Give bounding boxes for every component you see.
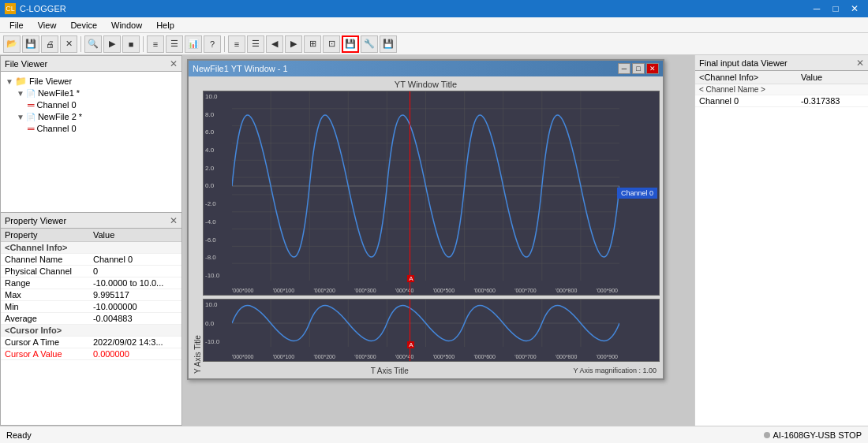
menu-view[interactable]: View — [32, 20, 63, 31]
prop-section-cursor-label: <Cursor Info> — [1, 325, 181, 337]
x-tick-2: '000*200 — [313, 288, 335, 293]
toolbar-save[interactable]: 💾 — [22, 35, 39, 53]
toolbar-btn11[interactable]: 💾 — [380, 35, 397, 53]
toolbar-btn2[interactable]: ☰ — [166, 35, 183, 53]
minimize-button[interactable]: ─ — [808, 2, 825, 15]
tree-expand-root: ▼ — [6, 77, 13, 86]
y-axis-label: Y Axis Title — [192, 91, 203, 375]
tree-root[interactable]: ▼ 📁 File Viewer — [6, 75, 177, 87]
prop-section-channel-label: <Channel Info> — [1, 242, 181, 254]
plot-lower[interactable]: 10.0 0.0 -10.0 — [203, 299, 660, 362]
file-icon-1: 📄 — [26, 89, 36, 98]
file-viewer-close[interactable]: ✕ — [170, 59, 178, 69]
close-button[interactable]: ✕ — [846, 2, 863, 15]
app-icon: CL — [5, 3, 16, 14]
lower-chart-svg — [232, 300, 619, 347]
x-tick-lower-5: '000*500 — [433, 354, 455, 359]
cursor-line-upper — [410, 91, 410, 295]
x-tick-6: '000*600 — [473, 288, 495, 293]
tree-newfile2[interactable]: ▼ 📄 NewFile 2 * — [6, 111, 177, 122]
tree-label-ch1: Channel 0 — [37, 100, 77, 110]
toolbar-play[interactable]: ▶ — [103, 35, 121, 53]
prop-min-label: Min — [1, 301, 89, 313]
status-device: AI-1608GY-USB STOP — [764, 430, 862, 440]
left-panel: File Viewer ✕ ▼ 📁 File Viewer ▼ 📄 NewFil… — [0, 55, 183, 426]
right-value-cell: -0.317383 — [797, 95, 868, 107]
toolbar-stop[interactable]: ■ — [122, 35, 140, 53]
toolbar-search[interactable]: 🔍 — [84, 35, 102, 53]
x-ticks-lower: '000*000 '000*100 '000*200 '000*300 '000… — [232, 354, 618, 359]
y-tick-4: 4.0 — [205, 147, 219, 154]
x-tick-lower-3: '000*300 — [354, 354, 376, 359]
restore-button[interactable]: □ — [827, 2, 844, 15]
x-tick-lower-7: '000*700 — [514, 354, 536, 359]
menu-window[interactable]: Window — [105, 20, 148, 31]
right-panel-title: Final input data Viewer — [699, 58, 788, 68]
right-panel: Final input data Viewer ✕ <Channel Info>… — [694, 55, 868, 426]
tree-channel0-1[interactable]: ═ Channel 0 — [6, 99, 177, 111]
y-ticks-lower: 10.0 0.0 -10.0 — [205, 300, 219, 347]
toolbar-btn6[interactable]: ◀ — [266, 35, 283, 53]
y-tick-lower-0: 0.0 — [205, 320, 219, 327]
tree-channel0-2[interactable]: ═ Channel 0 — [6, 122, 177, 135]
t-axis-title: T Axis Title — [206, 367, 574, 375]
chart-title: YT Window Title — [192, 80, 660, 89]
prop-row-average: Average -0.004883 — [1, 313, 181, 325]
chart-main: Y Axis Title 10.0 8.0 6.0 4.0 2.0 0. — [192, 91, 660, 375]
toolbar-delete[interactable]: ✕ — [60, 35, 77, 53]
toolbar-help[interactable]: ? — [204, 35, 221, 53]
cursor-label-lower: A — [407, 341, 414, 348]
toolbar-highlighted[interactable]: 💾 — [342, 35, 359, 53]
toolbar-btn4[interactable]: ≡ — [228, 35, 245, 53]
right-col-channel: <Channel Info> — [695, 71, 797, 84]
prop-section-cursor: <Cursor Info> — [1, 325, 181, 337]
tree-expand-2: ▼ — [17, 113, 24, 121]
plot-upper[interactable]: 10.0 8.0 6.0 4.0 2.0 0.0 -2.0 -4.0 -6.0 … — [203, 91, 660, 296]
file-viewer-title: File Viewer — [5, 59, 47, 69]
x-tick-4: '000*40 — [395, 288, 414, 293]
yt-title-bar: NewFile1 YT Window - 1 ─ □ ✕ — [189, 61, 663, 76]
file-viewer: File Viewer ✕ ▼ 📁 File Viewer ▼ 📄 NewFil… — [0, 55, 182, 213]
toolbar-btn10[interactable]: 🔧 — [361, 35, 378, 53]
center-area: NewFile1 YT Window - 1 ─ □ ✕ YT Window T… — [183, 55, 694, 426]
menu-device[interactable]: Device — [64, 20, 103, 31]
menu-help[interactable]: Help — [150, 20, 181, 31]
toolbar-btn1[interactable]: ≡ — [147, 35, 164, 53]
tree-label-1: NewFile1 * — [38, 88, 80, 98]
property-table-container: Property Value <Channel Info> Channel Na… — [1, 229, 181, 425]
prop-max-label: Max — [1, 289, 89, 301]
right-panel-close[interactable]: ✕ — [856, 58, 864, 68]
toolbar-sep-2 — [143, 36, 144, 52]
yt-window[interactable]: NewFile1 YT Window - 1 ─ □ ✕ YT Window T… — [187, 59, 664, 380]
menu-file[interactable]: File — [3, 20, 30, 31]
property-viewer-close[interactable]: ✕ — [170, 216, 178, 225]
right-section-channel-name: < Channel Name > — [695, 84, 868, 95]
file-tree: ▼ 📁 File Viewer ▼ 📄 NewFile1 * ═ Channel… — [1, 72, 181, 212]
x-tick-8: '000*800 — [556, 288, 577, 293]
yt-close-btn[interactable]: ✕ — [646, 63, 659, 74]
toolbar-btn9[interactable]: ⊡ — [323, 35, 340, 53]
cursor-label-upper: A — [407, 275, 414, 282]
title-bar: CL C-LOGGER ─ □ ✕ — [0, 0, 868, 17]
toolbar-btn7[interactable]: ▶ — [285, 35, 302, 53]
status-dot — [764, 432, 770, 438]
x-tick-lower-4: '000*40 — [395, 354, 414, 359]
prop-average-label: Average — [1, 313, 89, 325]
toolbar-btn8[interactable]: ⊞ — [304, 35, 321, 53]
toolbar-btn3[interactable]: 📊 — [185, 35, 202, 53]
toolbar-print[interactable]: 🖨 — [41, 35, 58, 53]
prop-physical-channel-label: Physical Channel — [1, 266, 89, 277]
yt-restore-btn[interactable]: □ — [632, 63, 645, 74]
channel-label-upper: Channel 0 — [617, 188, 657, 199]
prop-row-range: Range -10.0000 to 10.0... — [1, 277, 181, 289]
prop-col-property: Property — [1, 229, 89, 242]
tree-newfile1[interactable]: ▼ 📄 NewFile1 * — [6, 87, 177, 99]
toolbar-btn5[interactable]: ☰ — [247, 35, 264, 53]
toolbar-open[interactable]: 📂 — [3, 35, 21, 53]
prop-row-channel-name: Channel Name Channel 0 — [1, 254, 181, 266]
property-viewer-title: Property Viewer — [5, 216, 66, 225]
prop-cursor-value-label: Cursor A Value — [1, 348, 89, 360]
upper-chart-svg — [232, 91, 619, 281]
yt-window-title: NewFile1 YT Window - 1 — [193, 64, 618, 73]
yt-minimize-btn[interactable]: ─ — [618, 63, 630, 74]
